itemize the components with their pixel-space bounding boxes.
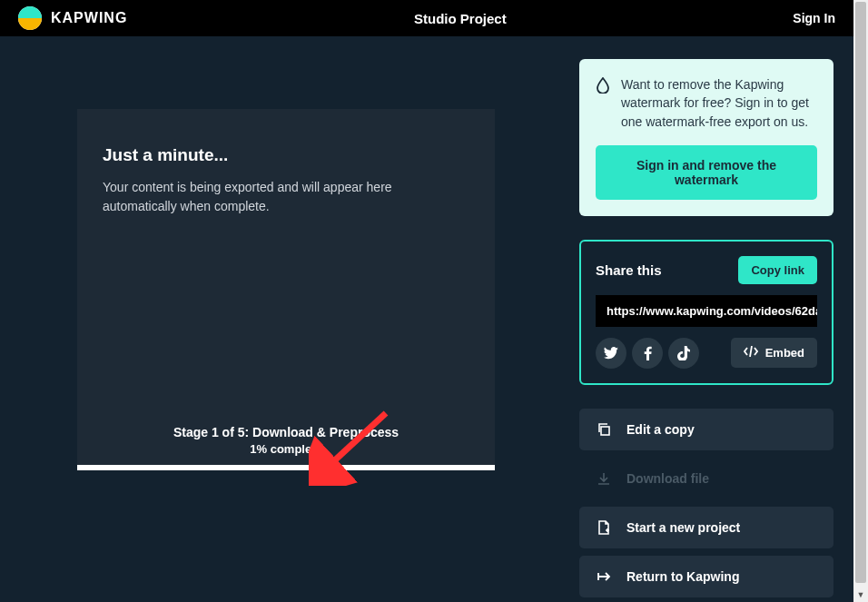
page-title: Studio Project <box>414 11 507 26</box>
embed-icon <box>744 346 758 360</box>
facebook-icon[interactable] <box>632 338 663 369</box>
embed-label: Embed <box>765 346 804 360</box>
export-percent-label: 1% complete <box>103 442 469 456</box>
watermark-card: Want to remove the Kapwing watermark for… <box>579 59 833 216</box>
download-icon <box>596 471 612 486</box>
tiktok-icon[interactable] <box>668 338 699 369</box>
return-button[interactable]: Return to Kapwing <box>579 556 833 597</box>
header-left: KAPWING <box>18 6 127 30</box>
edit-copy-button[interactable]: Edit a copy <box>579 409 833 450</box>
brand-name: KAPWING <box>51 10 127 26</box>
scrollbar[interactable]: ▲ ▼ <box>853 0 868 602</box>
share-url[interactable]: https://www.kapwing.com/videos/62da2bf <box>596 295 817 327</box>
action-list: Edit a copy Download file Start a new pr… <box>579 409 833 597</box>
copy-icon <box>596 422 612 437</box>
share-title: Share this <box>596 262 662 278</box>
progress-bar <box>77 465 495 470</box>
kapwing-logo-icon[interactable] <box>18 6 42 30</box>
signin-button[interactable]: Sign In <box>793 11 835 25</box>
share-card: Share this Copy link https://www.kapwing… <box>579 240 833 385</box>
remove-watermark-button[interactable]: Sign in and remove the watermark <box>596 145 817 200</box>
return-label: Return to Kapwing <box>626 569 739 584</box>
export-panel: Just a minute... Your content is being e… <box>0 36 572 602</box>
sidebar: Want to remove the Kapwing watermark for… <box>572 36 853 602</box>
new-file-icon <box>596 520 612 535</box>
twitter-icon[interactable] <box>596 338 626 369</box>
scrollbar-thumb[interactable] <box>855 2 866 583</box>
export-card: Just a minute... Your content is being e… <box>77 109 495 470</box>
copy-link-button[interactable]: Copy link <box>738 256 817 284</box>
main-content: Just a minute... Your content is being e… <box>0 36 853 602</box>
download-button: Download file <box>579 458 833 499</box>
export-stage-label: Stage 1 of 5: Download & Preprocess <box>103 425 469 439</box>
edit-copy-label: Edit a copy <box>626 422 695 437</box>
download-label: Download file <box>626 471 709 486</box>
export-title: Just a minute... <box>103 145 469 165</box>
new-project-label: Start a new project <box>626 520 740 535</box>
svg-rect-2 <box>601 427 609 435</box>
new-project-button[interactable]: Start a new project <box>579 507 833 548</box>
social-icons <box>596 338 699 369</box>
droplet-icon <box>596 77 610 131</box>
return-icon <box>596 571 612 582</box>
watermark-text: Want to remove the Kapwing watermark for… <box>621 75 817 131</box>
scroll-down-icon[interactable]: ▼ <box>853 587 868 602</box>
embed-button[interactable]: Embed <box>731 338 817 368</box>
progress-fill <box>77 465 495 470</box>
export-description: Your content is being exported and will … <box>103 178 469 216</box>
app-header: KAPWING Studio Project Sign In <box>0 0 853 36</box>
